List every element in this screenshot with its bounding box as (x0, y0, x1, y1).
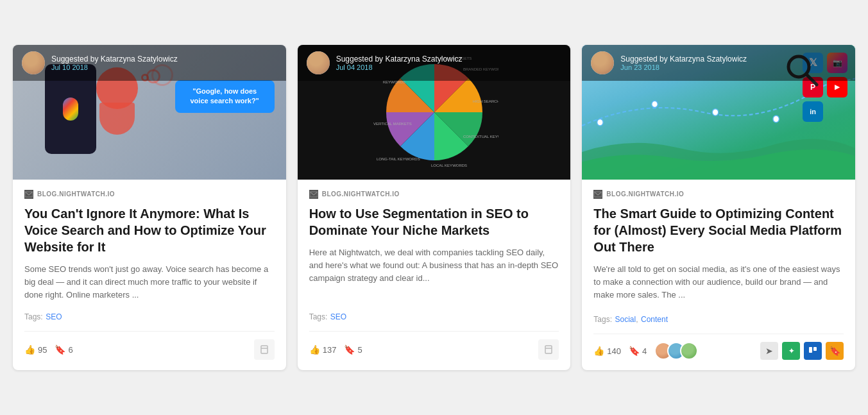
svg-text:CONTEXTUAL KEYWORDS: CONTEXTUAL KEYWORDS (463, 135, 498, 139)
tag-content-3[interactable]: Content (641, 315, 668, 324)
card-body-2: BLOG.NIGHTWATCH.IO How to Use Segmentati… (298, 180, 571, 370)
bookmark-count-1: 6 (68, 345, 72, 355)
suggested-by-2: Suggested by Katarzyna Szatylowicz (336, 55, 463, 64)
svg-text:VERTICAL MARKETS: VERTICAL MARKETS (373, 122, 412, 126)
likes-3: 👍 140 (593, 346, 621, 356)
card-social-media: 𝕏 📷 P ▶ in (582, 45, 855, 370)
suggested-info-1: Suggested by Katarzyna Szatylowicz Jul 1… (51, 55, 178, 71)
svg-rect-20 (809, 347, 812, 353)
user-avatars-3 (654, 342, 698, 360)
svg-point-13 (652, 101, 658, 108)
source-text-2: BLOG.NIGHTWATCH.IO (322, 191, 400, 198)
suggested-date-2: Jul 04 2018 (336, 64, 463, 71)
suggested-date-1: Jul 10 2018 (51, 64, 178, 71)
avatar-2 (307, 51, 330, 74)
like-count-2: 137 (323, 345, 337, 355)
card-title-2: How to Use Segmentation in SEO to Domina… (309, 205, 559, 239)
card-excerpt-3: We're all told to get on social media, a… (593, 263, 844, 304)
like-icon-1: 👍 (24, 344, 35, 355)
card-body-1: BLOG.NIGHTWATCH.IO You Can't Ignore It A… (13, 180, 286, 370)
source-label-2: BLOG.NIGHTWATCH.IO (309, 190, 559, 199)
card-body-3: BLOG.NIGHTWATCH.IO The Smart Guide to Op… (582, 180, 855, 370)
card-voice-search: "Google, how doesvoice search work?" Sug… (13, 45, 286, 370)
bookmark-count-3: 4 (642, 346, 647, 356)
card-tags-3: Tags: Social, Content (593, 313, 844, 325)
source-text-3: BLOG.NIGHTWATCH.IO (606, 191, 684, 198)
svg-point-15 (773, 115, 779, 123)
source-label-1: BLOG.NIGHTWATCH.IO (24, 190, 275, 199)
card-footer-2: 👍 137 🔖 5 (309, 331, 559, 360)
tag-social-3[interactable]: Social (615, 315, 636, 324)
suggested-date-3: Jun 23 2018 (620, 64, 747, 71)
trello-button-3[interactable] (804, 342, 822, 360)
svg-text:HIGH SEARCH VOLUME: HIGH SEARCH VOLUME (473, 99, 498, 103)
mini-avatar-3 (680, 342, 698, 360)
action-icons-3: ➤ ✦ 🔖 (760, 342, 844, 360)
suggested-info-2: Suggested by Katarzyna Szatylowicz Jul 0… (336, 55, 463, 71)
card-seo-segmentation: GOLD NUGGETS BRANDED KEYWORDS HIGH SEARC… (298, 45, 571, 370)
share-button-3[interactable]: ➤ (760, 342, 778, 360)
source-label-3: BLOG.NIGHTWATCH.IO (593, 190, 844, 199)
suggested-by-3: Suggested by Katarzyna Szatylowicz (620, 55, 747, 64)
head-body (99, 103, 135, 135)
bookmarks-2: 🔖 5 (344, 344, 362, 355)
card-image-1: "Google, how doesvoice search work?" Sug… (13, 45, 286, 180)
svg-rect-1 (261, 346, 268, 353)
svg-point-14 (713, 109, 719, 116)
save-button-1[interactable] (254, 339, 275, 360)
card-excerpt-1: Some SEO trends won't just go away. Voic… (24, 263, 275, 301)
card-title-3: The Smart Guide to Optimizing Content fo… (593, 205, 844, 255)
card-tags-2: Tags: SEO (309, 310, 559, 322)
bookmark-icon-2: 🔖 (344, 344, 355, 355)
avatar-1 (22, 51, 45, 74)
bookmark-add-button-3[interactable]: 🔖 (826, 342, 844, 360)
source-text-1: BLOG.NIGHTWATCH.IO (37, 191, 115, 198)
mic-icon (63, 97, 78, 121)
tag-seo-2[interactable]: SEO (330, 312, 346, 321)
suggested-by-1: Suggested by Katarzyna Szatylowicz (51, 55, 178, 64)
likes-1: 👍 95 (24, 344, 47, 355)
suggested-header-2: Suggested by Katarzyna Szatylowicz Jul 0… (298, 45, 571, 81)
card-image-2: GOLD NUGGETS BRANDED KEYWORDS HIGH SEARC… (298, 45, 571, 180)
bookmark-icon-3: 🔖 (629, 346, 640, 356)
svg-rect-21 (813, 347, 817, 351)
envelope-icon-1 (24, 190, 33, 199)
avatar-3 (591, 51, 614, 74)
bookmark-icon-1: 🔖 (55, 344, 65, 355)
tags-label-3: Tags: (593, 315, 612, 324)
bookmarks-3: 🔖 4 (629, 346, 647, 356)
svg-text:LOCAL KEYWORDS: LOCAL KEYWORDS (431, 164, 467, 167)
like-icon-3: 👍 (593, 346, 604, 356)
like-count-3: 140 (607, 346, 621, 356)
bookmarks-1: 🔖 6 (55, 344, 72, 355)
likes-2: 👍 137 (309, 344, 337, 355)
envelope-icon-3 (593, 190, 602, 199)
like-count-1: 95 (38, 345, 47, 355)
card-title-1: You Can't Ignore It Anymore: What Is Voi… (24, 205, 275, 255)
save-button-2[interactable] (538, 339, 559, 360)
like-icon-2: 👍 (309, 344, 320, 355)
card-excerpt-2: Here at Nightwatch, we deal with compani… (309, 246, 559, 301)
tag-seo-1[interactable]: SEO (46, 312, 62, 321)
tags-label-2: Tags: (309, 312, 328, 321)
tags-label-1: Tags: (24, 312, 43, 321)
bookmark-count-2: 5 (357, 345, 362, 355)
feather-button-3[interactable]: ✦ (782, 342, 800, 360)
suggested-header-3: Suggested by Katarzyna Szatylowicz Jun 2… (582, 45, 855, 81)
linkedin-icon: in (803, 101, 823, 122)
card-tags-1: Tags: SEO (24, 310, 275, 322)
speech-bubble: "Google, how doesvoice search work?" (175, 80, 275, 113)
svg-text:LONG-TAIL KEYWORDS: LONG-TAIL KEYWORDS (377, 157, 420, 161)
card-image-3: 𝕏 📷 P ▶ in (582, 45, 855, 180)
card-footer-1: 👍 95 🔖 6 (24, 331, 275, 360)
svg-rect-11 (545, 346, 552, 353)
envelope-icon-2 (309, 190, 318, 199)
cards-container: "Google, how doesvoice search work?" Sug… (13, 45, 855, 370)
suggested-info-3: Suggested by Katarzyna Szatylowicz Jun 2… (620, 55, 747, 71)
svg-point-12 (597, 119, 603, 126)
card-footer-3: 👍 140 🔖 4 ➤ ✦ (593, 334, 844, 360)
suggested-header-1: Suggested by Katarzyna Szatylowicz Jul 1… (13, 45, 286, 81)
